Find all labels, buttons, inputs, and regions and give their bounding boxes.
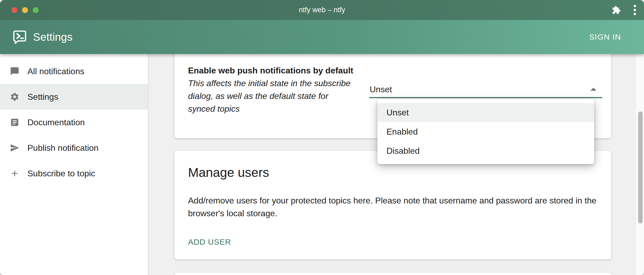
sidebar-item-publish-notification[interactable]: Publish notification bbox=[0, 135, 148, 161]
sidebar-item-all-notifications[interactable]: All notifications bbox=[0, 59, 148, 84]
select-value: Unset bbox=[370, 84, 392, 95]
web-push-setting-description: This affects the initial state in the su… bbox=[188, 77, 352, 115]
sidebar-item-label: Subscribe to topic bbox=[27, 169, 95, 178]
sidebar-item-documentation[interactable]: Documentation bbox=[0, 110, 148, 135]
sidebar-item-label: Settings bbox=[27, 92, 58, 102]
sidebar-item-label: All notifications bbox=[27, 66, 84, 76]
plus-icon bbox=[10, 169, 19, 178]
manage-users-title: Manage users bbox=[188, 164, 269, 181]
menu-option-unset[interactable]: Unset bbox=[377, 103, 594, 122]
web-push-default-select[interactable]: Unset bbox=[369, 80, 603, 98]
browser-window: ntfy web – ntfy Settings SIGN IN bbox=[0, 0, 644, 275]
page-title: Settings bbox=[33, 20, 72, 54]
article-icon bbox=[10, 118, 19, 127]
sidebar-item-label: Documentation bbox=[27, 118, 85, 127]
extensions-puzzle-icon[interactable] bbox=[612, 6, 621, 15]
scrollbar-thumb[interactable] bbox=[638, 111, 643, 223]
ntfy-logo-icon bbox=[13, 30, 27, 45]
main-content: Enable web push notifications by default… bbox=[149, 54, 644, 275]
sidebar-item-label: Publish notification bbox=[27, 143, 99, 153]
send-icon bbox=[10, 143, 19, 153]
select-underline bbox=[369, 97, 602, 98]
web-push-setting-title: Enable web push notifications by default bbox=[188, 65, 353, 76]
sign-in-button[interactable]: SIGN IN bbox=[588, 20, 623, 54]
browser-menu-kebab-icon[interactable] bbox=[631, 4, 638, 16]
manage-users-description: Add/remove users for your protected topi… bbox=[188, 194, 604, 220]
next-card-partial bbox=[174, 273, 611, 275]
app-header: Settings SIGN IN bbox=[0, 20, 644, 54]
dropdown-arrow-up-icon bbox=[590, 88, 596, 91]
add-user-button[interactable]: ADD USER bbox=[188, 237, 231, 247]
sidebar: All notifications Settings Documentation… bbox=[0, 54, 149, 275]
scrollbar-track[interactable] bbox=[635, 54, 644, 275]
chat-icon bbox=[10, 66, 19, 76]
sidebar-item-settings[interactable]: Settings bbox=[0, 84, 148, 110]
sidebar-item-subscribe-to-topic[interactable]: Subscribe to topic bbox=[0, 161, 148, 186]
gear-icon bbox=[10, 92, 19, 102]
menu-option-enabled[interactable]: Enabled bbox=[377, 122, 594, 141]
window-title: ntfy web – ntfy bbox=[0, 0, 644, 20]
dropdown-menu: Unset Enabled Disabled bbox=[377, 99, 594, 164]
manage-users-card: Manage users Add/remove users for your p… bbox=[174, 151, 611, 259]
menu-option-disabled[interactable]: Disabled bbox=[377, 141, 594, 160]
window-titlebar: ntfy web – ntfy bbox=[0, 0, 644, 20]
